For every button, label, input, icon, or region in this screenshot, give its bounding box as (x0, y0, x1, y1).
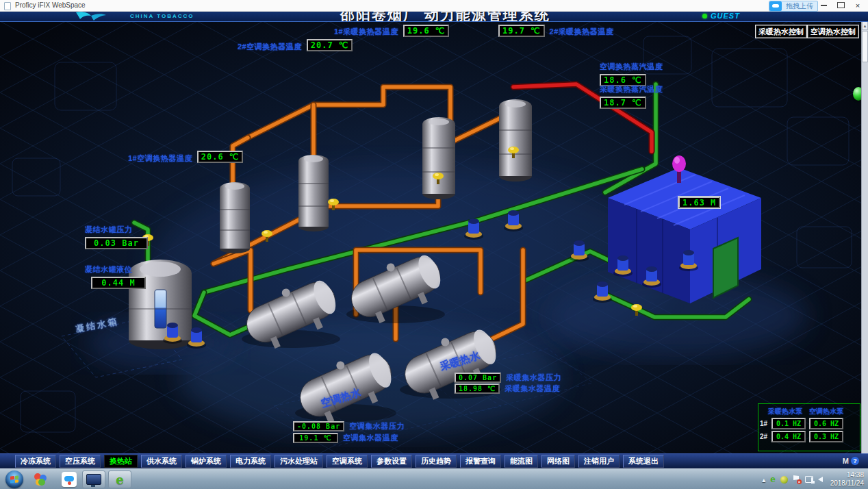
system-tray: ▴ e ✕ (762, 469, 823, 489)
browser-e-icon: e (116, 473, 123, 487)
gauge-value: 19.6 ℃ (403, 25, 450, 37)
gauge-label: 2#空调换热器温度 (238, 42, 302, 52)
nav-logout-user[interactable]: 注销用户 (578, 455, 620, 468)
action-center-flag-icon[interactable]: ✕ (793, 475, 800, 484)
gauge-heating-steam-temp: 采暖换热蒸汽温度 18.7 ℃ (600, 84, 663, 109)
gauge-label: 1#采暖换热器温度 (334, 27, 398, 37)
gauge-value: 1.63 M (678, 197, 720, 208)
windows-taskbar: e ▴ e ✕ 14:38 2018/11/24 (0, 468, 868, 489)
pump-panel-col1-header: 采暖热水泵 (768, 407, 802, 416)
nav-hvac-system[interactable]: 空调系统 (327, 455, 368, 468)
app-header: CHINA TOBACCO 邵阳卷烟厂 动力能源管理系统 GUEST (0, 11, 868, 22)
gauge-label: 凝结水罐压力 (85, 225, 132, 235)
nav-power-system[interactable]: 电力系统 (230, 455, 271, 468)
system-navbar: 冷冻系统 空压系统 换热站 供水系统 锅炉系统 电力系统 污水处理站 空调系统 … (0, 453, 868, 468)
nav-air-compression[interactable]: 空压系统 (60, 455, 101, 468)
gauge-value: 20.6 ℃ (197, 151, 244, 163)
gauge-hx1-ac-temp: 1#空调换热器温度 20.6 ℃ (128, 151, 243, 164)
page-title: 邵阳卷烟厂 动力能源管理系统 (340, 11, 550, 22)
gauge-value: 0.44 M (91, 277, 146, 289)
gauge-condensate-level: 凝结水罐液位 0.44 M (85, 264, 146, 289)
nav-history-trends[interactable]: 历史趋势 (416, 455, 457, 468)
gauge-label: 采暖集水器温度 (505, 384, 560, 394)
pump-frequency-panel: 采暖热水泵 空调热水泵 1# 0.1 HZ 0.6 HZ 2# 0.4 HZ 0… (758, 403, 860, 451)
taskbar-app-browser[interactable]: e (108, 471, 131, 488)
netdisk-upload-widget[interactable]: 拖拽上传 (769, 1, 818, 12)
taskbar-app-netdisk[interactable] (58, 471, 81, 488)
gauge-value: 19.1 ℃ (293, 433, 338, 443)
nav-boiler-system[interactable]: 锅炉系统 (186, 455, 227, 468)
close-button[interactable]: × (850, 0, 865, 10)
gauge-label: 空调集水器温度 (343, 433, 398, 443)
nav-energy-flow-diagram[interactable]: 能流图 (505, 455, 538, 468)
gauge-chiller-level: 1.63 M (678, 197, 720, 208)
colored-balls-icon (34, 473, 47, 486)
gauge-label: 1#空调换热器温度 (128, 153, 192, 164)
pump-freq-value: 0.4 HZ (771, 431, 806, 442)
gauge-label: 空调集水器压力 (349, 421, 405, 431)
gauge-value: 18.7 ℃ (600, 97, 646, 109)
gauge-label: 采暖换热蒸汽温度 (600, 84, 663, 95)
pump-panel-col2-header: 空调热水泵 (809, 407, 843, 416)
taskbar-app-safety-suite[interactable] (29, 471, 52, 488)
gauge-value: 18.98 ℃ (455, 384, 500, 394)
vertical-tank (298, 155, 329, 231)
netdisk-icon (769, 1, 782, 11)
pump-row: 1# 0.1 HZ 0.6 HZ (760, 418, 860, 429)
page-icon (4, 2, 11, 10)
user-online-dot-icon (702, 14, 707, 18)
nav-cooling-system[interactable]: 冷冻系统 (15, 455, 56, 468)
netdisk-upload-label: 拖拽上传 (782, 1, 817, 11)
nav-network-diagram[interactable]: 网络图 (541, 455, 575, 468)
gauge-value: 20.7 ℃ (307, 39, 353, 51)
pump-freq-value: 0.1 HZ (771, 418, 806, 429)
tray-antivirus-icon[interactable] (780, 476, 788, 484)
windows-flag-icon (10, 475, 18, 483)
help-icon[interactable]: ? (851, 457, 859, 465)
minimize-button[interactable] (816, 0, 831, 10)
gauge-hx2-ac-temp: 2#空调换热器温度 20.7 ℃ (238, 39, 353, 52)
gauge-hx1-heating-temp: 1#采暖换热器温度 19.6 ℃ (334, 25, 449, 37)
scrollbar-thumb[interactable] (862, 31, 868, 62)
clock-date: 2018/11/24 (830, 479, 864, 488)
taskbar-app-webspace[interactable] (82, 471, 105, 488)
gauge-ac-header-pressure: -0.08 Bar 空调集水器压力 (293, 421, 405, 431)
heating-hot-water-control-button[interactable]: 采暖热水控制 (755, 25, 807, 38)
gauge-value: 19.7 ℃ (498, 25, 545, 37)
gauge-heating-header-pressure: 0.07 Bar 采暖集水器压力 (455, 373, 561, 383)
gauge-label: 2#采暖换热器温度 (550, 27, 614, 37)
tray-expand-icon[interactable]: ▴ (762, 476, 765, 484)
gauge-value: 0.03 Bar (85, 237, 148, 249)
pump-row-id: 1# (760, 420, 768, 427)
nav-water-supply[interactable]: 供水系统 (141, 455, 182, 468)
ac-hot-water-control-button[interactable]: 空调热水控制 (807, 25, 859, 38)
pump-row: 2# 0.4 HZ 0.3 HZ (760, 431, 860, 442)
china-tobacco-logo-icon (71, 11, 118, 21)
brand-text: CHINA TOBACCO (130, 13, 194, 19)
gauge-condensate-pressure: 凝结水罐压力 0.03 Bar (85, 225, 148, 249)
webspace-menu-button[interactable]: M (843, 457, 849, 465)
maximize-button[interactable] (833, 0, 848, 10)
clock-time: 14:38 (830, 471, 864, 479)
start-button[interactable] (5, 471, 23, 488)
vertical-scrollbar[interactable]: ▲ ▼ (861, 21, 868, 468)
pump-freq-value: 0.6 HZ (809, 418, 843, 429)
nav-heat-exchange-station[interactable]: 换热站 (104, 455, 138, 468)
nav-system-exit[interactable]: 系统退出 (623, 455, 664, 468)
gauge-label: 空调换热蒸汽温度 (600, 62, 663, 72)
gauge-value: -0.08 Bar (293, 421, 344, 431)
speaker-icon[interactable] (818, 477, 823, 482)
netdisk-cloud-icon (62, 472, 77, 487)
nav-sewage-station[interactable]: 污水处理站 (275, 455, 323, 468)
pump-freq-value: 0.3 HZ (809, 431, 843, 442)
proficy-ifix-webspace-screen: { "window": { "title": "Proficy iFIX Web… (0, 0, 868, 489)
scroll-up-icon[interactable]: ▲ (862, 21, 868, 30)
nav-parameter-settings[interactable]: 参数设置 (371, 455, 412, 468)
tray-browser-icon[interactable]: e (770, 475, 776, 484)
gauge-label: 采暖集水器压力 (506, 373, 561, 383)
gauge-hx2-heating-temp: 19.7 ℃ 2#采暖换热器温度 (498, 25, 613, 37)
gauge-label: 凝结水罐液位 (85, 264, 132, 275)
vertical-tank (220, 182, 250, 253)
taskbar-clock[interactable]: 14:38 2018/11/24 (830, 471, 864, 488)
nav-alarm-query[interactable]: 报警查询 (460, 455, 501, 468)
